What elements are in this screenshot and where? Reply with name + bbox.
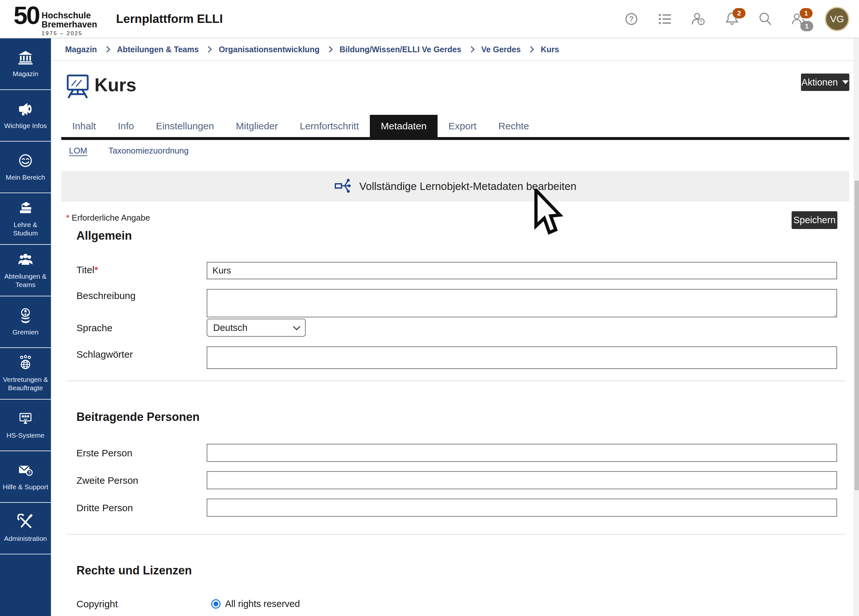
section-title-rechte: Rechte und Lizenzen xyxy=(77,564,192,577)
notifications-bell-icon[interactable]: 2 xyxy=(724,11,740,27)
sidebar-item-hilfe-support[interactable]: ? Hilfe & Support xyxy=(0,451,51,503)
bank-icon xyxy=(17,50,34,66)
sprache-select[interactable]: Deutsch xyxy=(207,319,306,337)
tab-rechte[interactable]: Rechte xyxy=(487,115,540,137)
top-header-bar: 50 Hochschule Bremerhaven 1975 – 2025 Le… xyxy=(0,0,859,38)
help-icon[interactable]: ? xyxy=(624,11,639,27)
sidebar-item-gremien[interactable]: Gremien xyxy=(0,296,51,348)
notification-badge: 2 xyxy=(732,8,745,19)
required-marker: * xyxy=(66,213,69,222)
sidebar-item-administration[interactable]: Administration xyxy=(0,503,51,554)
course-board-icon xyxy=(66,73,90,100)
tab-inhalt[interactable]: Inhalt xyxy=(61,115,107,137)
zweite-person-input[interactable] xyxy=(207,471,837,489)
chevron-right-icon xyxy=(326,46,333,53)
breadcrumb-item[interactable]: Magazin xyxy=(65,45,97,54)
section-title-personen: Beitragende Personen xyxy=(77,410,200,424)
svg-text:!: ! xyxy=(700,19,702,25)
chevron-right-icon xyxy=(205,46,212,53)
sidebar-item-wichtige-infos[interactable]: Wichtige Infos xyxy=(0,90,51,142)
breadcrumb-item[interactable]: Bildung/Wissen/ELLI Ve Gerdes xyxy=(339,45,461,54)
copyright-label: Copyright xyxy=(77,599,118,610)
titel-label: Titel* xyxy=(77,264,98,275)
aktionen-button[interactable]: Aktionen xyxy=(801,73,849,91)
sidebar-item-vertretungen[interactable]: Vertretungen & Beauftragte xyxy=(0,348,51,400)
copyright-option-row: All rights reserved xyxy=(211,599,300,609)
awareness-user-icon[interactable]: ! xyxy=(691,11,706,27)
tab-einstellungen[interactable]: Einstellungen xyxy=(145,115,225,137)
schlagwoerter-label: Schlagwörter xyxy=(77,349,133,360)
caret-down-icon xyxy=(842,80,849,84)
sidebar-item-abteilungen-teams[interactable]: Abteilungen & Teams xyxy=(0,245,51,296)
subtab-taxonomiezuordnung[interactable]: Taxonomiezuordnung xyxy=(108,146,189,156)
zweite-person-label: Zweite Person xyxy=(77,475,138,486)
schlagwoerter-input[interactable] xyxy=(207,346,837,369)
breadcrumb-item[interactable]: Kurs xyxy=(541,45,559,54)
copyright-radio-selected[interactable] xyxy=(211,599,220,608)
tab-lernfortschritt[interactable]: Lernfortschritt xyxy=(289,115,370,137)
dritte-person-label: Dritte Person xyxy=(77,502,133,513)
logo-line2: Bremerhaven xyxy=(42,20,97,29)
sprache-label: Sprache xyxy=(77,322,112,333)
logo-line1: Hochschule xyxy=(42,11,91,20)
required-marker: * xyxy=(94,264,98,275)
tab-mitglieder[interactable]: Mitglieder xyxy=(225,115,289,137)
smiley-icon xyxy=(17,153,34,170)
required-note: * Erforderliche Angabe xyxy=(66,213,150,223)
books-cap-icon xyxy=(17,200,34,217)
erste-person-input[interactable] xyxy=(207,444,837,462)
contacts-badge-bottom: 1 xyxy=(800,21,813,31)
megaphone-icon xyxy=(17,101,34,118)
hochschule-bremerhaven-logo: 50 Hochschule Bremerhaven 1975 – 2025 xyxy=(14,3,97,37)
page-title: Kurs xyxy=(94,74,136,95)
sidebar-item-lehre-studium[interactable]: Lehre & Studium xyxy=(0,193,51,245)
dritte-person-input[interactable] xyxy=(207,499,837,517)
tab-metadaten[interactable]: Metadaten xyxy=(370,115,437,137)
tab-info[interactable]: Info xyxy=(107,115,145,137)
contacts-badge-top: 1 xyxy=(800,8,812,19)
svg-text:?: ? xyxy=(28,470,31,475)
copyright-option-label: All rights reserved xyxy=(225,599,300,609)
tab-bar: Inhalt Info Einstellungen Mitglieder Ler… xyxy=(61,115,540,137)
sidebar-item-hs-systeme[interactable]: HS-Systeme xyxy=(0,400,51,451)
sidebar-item-magazin[interactable]: Magazin xyxy=(0,38,51,90)
beschreibung-label: Beschreibung xyxy=(77,290,136,301)
main-sidebar: Magazin Wichtige Infos Mein Bereich Lehr… xyxy=(0,38,51,616)
tab-export[interactable]: Export xyxy=(437,115,487,137)
section-divider xyxy=(67,534,845,535)
people-group-icon xyxy=(17,252,34,269)
chevron-down-icon xyxy=(293,323,300,331)
chevron-right-icon xyxy=(528,46,534,53)
contacts-icon[interactable]: 1 1 xyxy=(791,11,807,27)
breadcrumb-item[interactable]: Abteilungen & Teams xyxy=(117,45,199,54)
subtab-bar: LOM Taxonomiezuordnung xyxy=(69,146,189,156)
speichern-button[interactable]: Speichern xyxy=(792,211,837,229)
share-hub-icon xyxy=(334,177,351,195)
logo-years: 1975 – 2025 xyxy=(42,30,97,37)
tab-underline-bar xyxy=(61,137,849,140)
edit-full-metadata-link[interactable]: Vollständige Lernobjekt-Metadaten bearbe… xyxy=(61,171,849,202)
breadcrumb-item[interactable]: Organisationsentwicklung xyxy=(219,45,320,54)
mail-question-icon: ? xyxy=(17,462,34,480)
svg-text:?: ? xyxy=(629,15,634,23)
edit-full-metadata-label: Vollständige Lernobjekt-Metadaten bearbe… xyxy=(359,180,576,192)
breadcrumb: Magazin Abteilungen & Teams Organisation… xyxy=(51,38,854,61)
app-title: Lernplattform ELLI xyxy=(116,12,223,26)
breadcrumb-item[interactable]: Ve Gerdes xyxy=(481,45,521,54)
user-avatar[interactable]: VG xyxy=(825,7,849,31)
erste-person-label: Erste Person xyxy=(77,448,132,459)
chevron-right-icon xyxy=(468,46,475,53)
chevron-right-icon xyxy=(104,46,110,53)
screen: 50 Hochschule Bremerhaven 1975 – 2025 Le… xyxy=(0,0,859,616)
logo-50: 50 xyxy=(14,3,39,27)
titel-input[interactable] xyxy=(207,262,837,279)
sidebar-item-mein-bereich[interactable]: Mein Bereich xyxy=(0,142,51,193)
beschreibung-textarea[interactable] xyxy=(207,289,837,317)
monitor-password-icon xyxy=(17,411,34,428)
section-divider xyxy=(67,381,845,381)
subtab-lom[interactable]: LOM xyxy=(69,146,87,156)
search-icon[interactable] xyxy=(758,11,773,27)
scrollbar-thumb[interactable] xyxy=(854,181,859,490)
section-title-allgemein: Allgemein xyxy=(77,229,132,242)
list-icon[interactable] xyxy=(657,11,673,27)
